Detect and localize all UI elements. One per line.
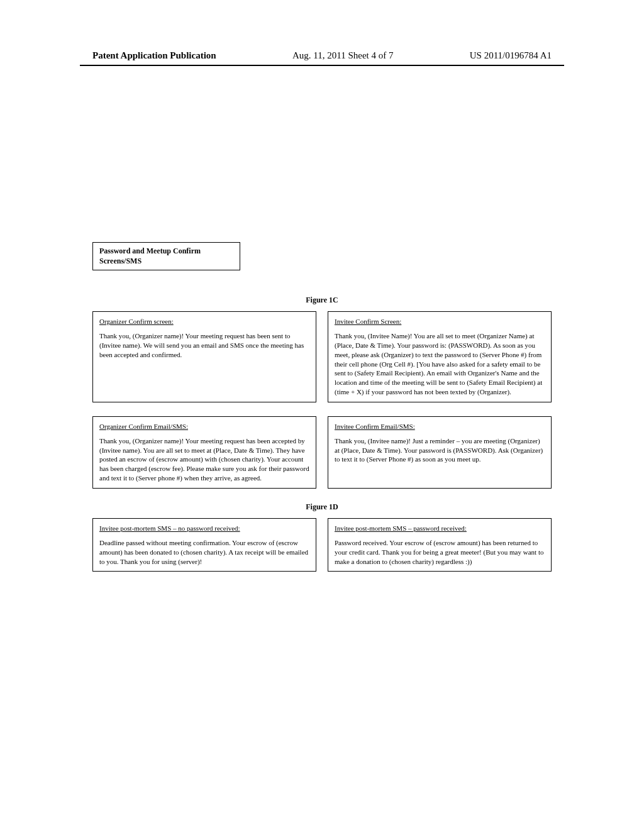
box-body: Thank you, (Invitee Name)! You are all s… <box>335 331 545 397</box>
header-sheet-info: Aug. 11, 2011 Sheet 4 of 7 <box>292 50 394 61</box>
patent-page: Patent Application Publication Aug. 11, … <box>80 0 564 572</box>
invitee-postmortem-no-password-box: Invitee post-mortem SMS – no password re… <box>92 518 316 572</box>
header-patent-number: US 2011/0196784 A1 <box>470 50 552 61</box>
box-body: Thank you, (Organizer name)! Your meetin… <box>99 331 309 360</box>
organizer-confirm-email-box: Organizer Confirm Email/SMS: Thank you, … <box>92 416 316 489</box>
invitee-confirm-email-box: Invitee Confirm Email/SMS: Thank you, (I… <box>328 416 552 489</box>
section-label-box: Password and Meetup Confirm Screens/SMS <box>92 242 240 270</box>
box-title: Invitee post-mortem SMS – no password re… <box>99 524 309 533</box>
invitee-postmortem-password-received-box: Invitee post-mortem SMS – password recei… <box>328 518 552 572</box>
figure-1c-row-1: Organizer Confirm screen: Thank you, (Or… <box>80 311 564 402</box>
box-body: Deadline passed without meeting confirma… <box>99 538 309 567</box>
box-title: Invitee Confirm Email/SMS: <box>335 422 545 431</box>
invitee-confirm-screen-box: Invitee Confirm Screen: Thank you, (Invi… <box>328 311 552 402</box>
box-title: Organizer Confirm Email/SMS: <box>99 422 309 431</box>
box-title: Invitee post-mortem SMS – password recei… <box>335 524 545 533</box>
figure-1c-caption: Figure 1C <box>80 296 564 305</box>
box-title: Organizer Confirm screen: <box>99 317 309 326</box>
figure-1d-row-1: Invitee post-mortem SMS – no password re… <box>80 518 564 572</box>
box-body: Thank you, (Organizer name)! Your meetin… <box>99 436 309 483</box>
box-body: Thank you, (Invitee name)! Just a remind… <box>335 436 545 465</box>
header-publication: Patent Application Publication <box>92 50 216 61</box>
box-title: Invitee Confirm Screen: <box>335 317 545 326</box>
box-body: Password received. Your escrow of (escro… <box>335 538 545 567</box>
organizer-confirm-screen-box: Organizer Confirm screen: Thank you, (Or… <box>92 311 316 402</box>
page-header: Patent Application Publication Aug. 11, … <box>80 50 564 66</box>
figure-1d-caption: Figure 1D <box>80 502 564 512</box>
figure-1c-row-2: Organizer Confirm Email/SMS: Thank you, … <box>80 416 564 489</box>
